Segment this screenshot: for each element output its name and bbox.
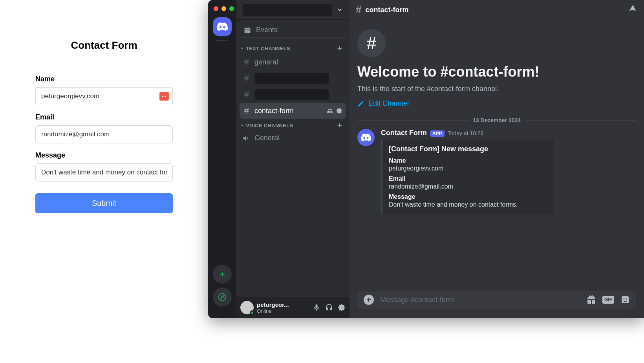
window-controls [208,4,234,13]
headphones-icon[interactable] [325,304,333,312]
message-timestamp: Today at 18:29 [448,130,484,136]
attach-button[interactable]: + [364,295,374,305]
channel-label: general [254,58,278,66]
user-avatar[interactable] [240,301,254,314]
server-name-redacted [243,4,332,16]
svg-point-6 [626,299,627,300]
message-input[interactable] [380,296,580,304]
pencil-icon [357,100,364,107]
user-name: peturgeor... [257,301,309,308]
form-title: Contact Form [35,39,173,51]
user-panel: peturgeor... Online [236,297,349,318]
explore-servers-button[interactable] [213,288,232,306]
rail-separator [216,40,229,41]
svg-rect-4 [622,296,629,303]
email-input[interactable] [35,125,173,143]
channel-header: # contact-form [349,0,644,20]
edit-channel-link[interactable]: Edit Channel [357,99,636,108]
voice-channels-label: VOICE CHANNELS [246,123,293,128]
channel-sidebar: Events TEXT CHANNELS # general # # [236,0,349,318]
name-input[interactable] [35,87,173,105]
chevron-down-icon [336,6,343,13]
channel-name-redacted [254,89,329,100]
hash-icon: # [356,4,361,16]
compass-icon [218,293,227,301]
hash-icon: # [243,106,251,116]
channel-name-redacted [254,73,329,84]
date-divider-label: 13 December 2024 [469,117,525,123]
embed-field-name: Message [389,193,547,200]
email-label: Email [35,113,173,121]
plus-icon [218,270,226,278]
channel-label: contact-form [254,107,294,115]
svg-point-5 [624,299,625,300]
svg-marker-1 [221,295,223,298]
events-button[interactable]: Events [240,23,346,38]
message-composer: + GIF [349,291,644,318]
server-rail [208,0,236,318]
hash-icon: # [243,73,251,83]
gear-icon[interactable] [338,304,346,312]
discord-window: Events TEXT CHANNELS # general # # [208,0,644,318]
channel-label: General [254,134,280,142]
password-manager-icon[interactable]: ••• [159,92,169,101]
message-avatar[interactable] [357,129,375,146]
embed-field-value: Don't waste time and money on contact fo… [389,201,547,208]
speaker-icon [243,134,251,142]
gear-icon[interactable] [336,108,342,114]
embed-title: [Contact Form] New message [389,145,547,153]
embed-field-value: randomize@gmail.com [389,183,547,190]
plus-icon[interactable] [336,122,343,129]
app-badge: APP [430,130,445,137]
name-label: Name [35,75,173,83]
message: Contact Form APP Today at 18:29 [Contact… [357,129,636,214]
welcome-subtitle: This is the start of the #contact-form c… [357,85,636,93]
gif-button[interactable]: GIF [602,296,614,304]
voice-channels-category[interactable]: VOICE CHANNELS [240,119,346,131]
embed-field-value: peturgeorgievv.com [389,165,547,172]
welcome-title: Welcome to #contact-form! [357,64,636,80]
embed-field-name: Email [389,175,547,182]
welcome-hash-icon: # [357,29,386,57]
user-status: Online [257,308,309,314]
gift-icon[interactable] [587,295,596,304]
events-label: Events [256,26,278,34]
message-author[interactable]: Contact Form [381,129,427,137]
maximize-window-button[interactable] [229,6,234,11]
contact-form-panel: Contact Form Name ••• Email Message Subm… [0,0,208,363]
discord-logo-icon [217,22,228,31]
status-online-icon [250,310,254,315]
threads-icon[interactable] [628,5,638,15]
message-label: Message [35,151,173,160]
server-header[interactable] [236,0,349,20]
text-channels-category[interactable]: TEXT CHANNELS [240,42,346,54]
plus-icon[interactable] [336,45,343,52]
mic-icon[interactable] [313,304,320,312]
add-server-button[interactable] [213,265,232,284]
edit-channel-label: Edit Channel [368,99,409,108]
message-list: # Welcome to #contact-form! This is the … [349,20,644,291]
chevron-down-icon [240,46,244,50]
submit-button[interactable]: Submit [35,193,173,213]
svg-point-0 [219,293,226,301]
calendar-icon [243,26,251,34]
date-divider: 13 December 2024 [357,117,636,123]
discord-home-button[interactable] [213,17,232,36]
text-channels-label: TEXT CHANNELS [246,46,290,51]
invite-icon[interactable] [327,108,333,114]
message-embed: [Contact Form] New message Name peturgeo… [381,139,554,214]
channel-contact-form[interactable]: # contact-form [240,103,346,119]
hash-icon: # [243,57,251,67]
hash-icon: # [243,90,251,100]
channel-header-name: contact-form [365,6,408,14]
channel-main: # contact-form # Welcome to #contact-for… [349,0,644,318]
channel-redacted-1[interactable]: # [240,70,346,86]
discord-logo-icon [361,134,371,141]
channel-general[interactable]: # general [240,54,346,70]
minimize-window-button[interactable] [221,6,226,11]
close-window-button[interactable] [214,6,218,11]
voice-channel-general[interactable]: General [240,131,346,145]
channel-redacted-2[interactable]: # [240,86,346,103]
message-input[interactable] [35,163,173,182]
sticker-icon[interactable] [620,295,630,304]
